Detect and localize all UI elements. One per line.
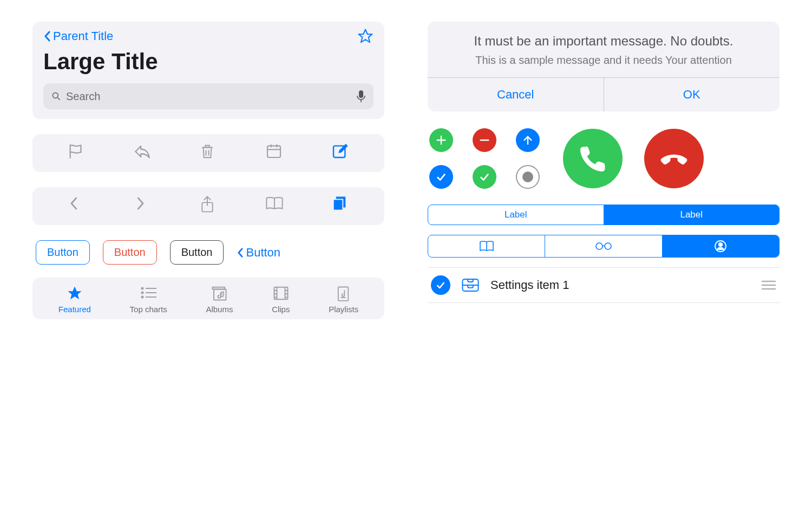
cancel-button[interactable]: Cancel (428, 78, 604, 111)
up-button[interactable] (516, 128, 540, 152)
decline-call-button[interactable] (644, 129, 704, 188)
share-icon[interactable] (199, 195, 218, 214)
settings-item-label: Settings item 1 (490, 278, 750, 292)
microphone-icon[interactable] (356, 90, 366, 103)
button-row: Button Button Button Button (32, 240, 384, 265)
radio-dot-icon (522, 172, 533, 182)
segment-book[interactable] (428, 235, 545, 257)
segmented-control-icons (428, 235, 780, 258)
tab-label: Clips (272, 305, 290, 314)
toolbar-1 (32, 134, 384, 172)
tab-label: Featured (58, 305, 91, 314)
add-button[interactable] (429, 128, 453, 152)
tab-top-charts[interactable]: Top charts (130, 285, 167, 314)
svg-point-44 (719, 243, 722, 246)
copy-icon[interactable] (331, 195, 350, 214)
flag-icon[interactable] (67, 142, 86, 161)
glasses-icon (594, 241, 613, 251)
user-icon (714, 240, 727, 253)
check-blue-button[interactable] (429, 165, 453, 189)
chevron-left-icon (43, 30, 52, 43)
chevron-left-icon (237, 247, 245, 259)
tab-label: Top charts (130, 305, 167, 314)
tab-label: Albums (206, 305, 233, 314)
remove-button[interactable] (473, 128, 496, 152)
plus-icon (435, 134, 447, 146)
alert-dialog: It must be an important message. No doub… (428, 22, 780, 111)
nav-back-icon[interactable] (67, 195, 86, 214)
svg-point-17 (142, 288, 143, 289)
tab-clips[interactable]: Clips (272, 285, 290, 314)
film-icon (273, 285, 289, 301)
large-title: Large Title (43, 49, 374, 75)
search-input[interactable]: Search (43, 83, 374, 109)
drag-handle-icon[interactable] (761, 279, 776, 291)
phone-icon (578, 144, 608, 174)
phone-down-icon (658, 143, 690, 174)
search-icon (51, 91, 62, 102)
call-controls (428, 127, 780, 190)
svg-rect-3 (359, 90, 363, 98)
tab-featured[interactable]: Featured (58, 285, 91, 314)
compose-icon[interactable] (331, 142, 350, 161)
accept-call-button[interactable] (563, 129, 623, 188)
trash-icon[interactable] (199, 142, 218, 161)
check-icon (435, 280, 446, 291)
back-button-link[interactable]: Button (237, 246, 280, 260)
check-icon (435, 171, 447, 183)
settings-row[interactable]: Settings item 1 (428, 267, 780, 303)
segment-glasses[interactable] (545, 235, 662, 257)
nav-header-card: Parent Title Large Title Search (32, 22, 384, 119)
svg-point-21 (142, 296, 143, 298)
playlist-icon (336, 285, 352, 301)
row-checkbox[interactable] (431, 275, 450, 295)
inbox-icon (461, 277, 480, 293)
back-button-label: Button (246, 246, 280, 260)
svg-line-2 (58, 98, 60, 100)
svg-point-42 (605, 243, 611, 249)
reply-icon[interactable] (133, 142, 152, 161)
toolbar-2 (32, 187, 384, 225)
svg-point-1 (53, 93, 58, 98)
tab-bar: Featured Top charts Albums Clips (32, 278, 384, 319)
dialog-title: It must be an important message. No doub… (428, 32, 780, 53)
minus-icon (479, 134, 490, 146)
list-icon (140, 285, 156, 301)
svg-rect-24 (213, 287, 225, 289)
check-green-button[interactable] (473, 165, 496, 189)
svg-point-19 (142, 292, 143, 294)
nav-forward-icon[interactable] (133, 195, 152, 214)
svg-rect-15 (333, 200, 343, 210)
dialog-actions: Cancel OK (428, 77, 780, 111)
calendar-icon[interactable] (265, 142, 284, 161)
book-open-icon (479, 240, 494, 252)
tab-albums[interactable]: Albums (206, 285, 233, 314)
search-placeholder: Search (66, 90, 356, 103)
segmented-control-text: Label Label (428, 205, 780, 225)
tab-label: Playlists (329, 305, 358, 314)
dialog-message: This is a sample message and it needs Yo… (428, 53, 780, 77)
svg-rect-7 (267, 146, 280, 157)
star-filled-icon (67, 285, 83, 301)
arrow-up-icon (522, 134, 534, 146)
neutral-button[interactable]: Button (170, 240, 224, 265)
book-icon[interactable] (265, 195, 284, 214)
star-icon[interactable] (357, 28, 374, 44)
parent-title: Parent Title (53, 29, 113, 43)
back-link[interactable]: Parent Title (43, 29, 113, 43)
segment-user[interactable] (662, 235, 779, 257)
ok-button[interactable]: OK (604, 78, 780, 111)
radio-button[interactable] (516, 165, 540, 189)
svg-point-41 (596, 243, 603, 249)
svg-marker-0 (359, 30, 372, 43)
tab-playlists[interactable]: Playlists (329, 285, 358, 314)
segment-2[interactable]: Label (604, 205, 780, 225)
primary-button[interactable]: Button (36, 240, 90, 265)
danger-button[interactable]: Button (103, 240, 157, 265)
svg-marker-16 (68, 287, 81, 300)
segment-1[interactable]: Label (428, 205, 604, 225)
album-icon (211, 285, 227, 301)
check-icon (479, 171, 490, 183)
